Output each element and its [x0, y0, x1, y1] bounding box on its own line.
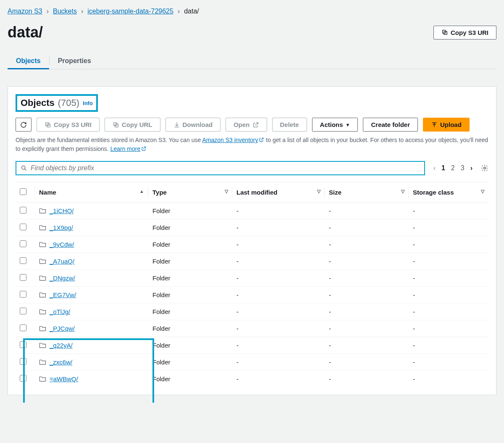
- cell-last-modified: -: [232, 287, 325, 303]
- chevron-right-icon: ›: [81, 8, 83, 15]
- pagination: ‹ 1 2 3 ›: [433, 164, 472, 172]
- prev-page-button[interactable]: ‹: [433, 164, 436, 172]
- actions-button[interactable]: Actions ▼: [312, 118, 358, 132]
- tab-objects[interactable]: Objects: [8, 53, 49, 69]
- row-checkbox[interactable]: [20, 324, 26, 331]
- folder-icon: [39, 292, 46, 298]
- info-link[interactable]: Info: [83, 100, 93, 106]
- col-type[interactable]: Type▽: [148, 182, 232, 203]
- object-name-link[interactable]: _EG7Vw/: [50, 291, 76, 298]
- folder-icon: [39, 208, 46, 214]
- page-2[interactable]: 2: [451, 164, 455, 172]
- object-name-link[interactable]: _zxc6w/: [50, 359, 72, 366]
- cell-last-modified: -: [232, 270, 325, 287]
- crumb-buckets[interactable]: Buckets: [53, 8, 77, 15]
- cell-type: Folder: [148, 253, 232, 270]
- row-checkbox[interactable]: [20, 358, 26, 365]
- cell-type: Folder: [148, 303, 232, 320]
- row-checkbox[interactable]: [20, 257, 26, 264]
- page-1[interactable]: 1: [441, 164, 445, 172]
- panel-title: Objects: [21, 98, 55, 108]
- cell-storage-class: -: [409, 354, 488, 371]
- copy-s3-uri-toolbar-button[interactable]: Copy S3 URI: [37, 118, 100, 132]
- open-button[interactable]: Open: [226, 118, 267, 132]
- cell-size: -: [325, 236, 409, 253]
- objects-panel: Objects (705) Info Copy S3 URI Copy URL …: [8, 86, 496, 395]
- col-storage-class[interactable]: Storage class▽: [409, 182, 488, 203]
- cell-storage-class: -: [409, 270, 488, 287]
- refresh-button[interactable]: [16, 118, 32, 132]
- crumb-amazon-s3[interactable]: Amazon S3: [8, 8, 42, 15]
- row-checkbox[interactable]: [20, 207, 26, 214]
- cell-last-modified: -: [232, 203, 325, 219]
- upload-icon: [431, 121, 438, 128]
- object-name-link[interactable]: _DNgzw/: [50, 274, 75, 282]
- object-name-link[interactable]: _A7uaQ/: [50, 258, 74, 265]
- refresh-icon: [20, 121, 27, 128]
- s3-inventory-link[interactable]: Amazon S3 inventory: [202, 137, 264, 143]
- object-name-link[interactable]: =aWBwQ/: [50, 375, 78, 382]
- page-title: data/: [8, 24, 43, 41]
- row-checkbox[interactable]: [20, 341, 26, 348]
- object-name-link[interactable]: _oTlJg/: [50, 308, 70, 315]
- learn-more-link[interactable]: Learn more: [110, 145, 147, 152]
- cell-type: Folder: [148, 236, 232, 253]
- object-name-link[interactable]: _q22yA/: [50, 342, 73, 349]
- external-link-icon: [141, 146, 147, 151]
- page-3[interactable]: 3: [461, 164, 465, 172]
- folder-icon: [39, 241, 46, 248]
- search-box[interactable]: [16, 161, 425, 175]
- row-checkbox[interactable]: [20, 375, 26, 382]
- table-row: _PJCqw/ Folder - - -: [16, 320, 488, 337]
- upload-button[interactable]: Upload: [423, 118, 470, 132]
- row-checkbox[interactable]: [20, 291, 26, 298]
- cell-type: Folder: [148, 203, 232, 219]
- cell-last-modified: -: [232, 371, 325, 388]
- object-name-link[interactable]: _1X9pg/: [50, 224, 73, 231]
- cell-last-modified: -: [232, 219, 325, 236]
- cell-last-modified: -: [232, 354, 325, 371]
- crumb-bucket-name[interactable]: iceberg-sample-data-729625: [87, 8, 173, 15]
- cell-last-modified: -: [232, 303, 325, 320]
- next-page-button[interactable]: ›: [470, 164, 472, 172]
- folder-icon: [39, 224, 46, 231]
- object-name-link[interactable]: _PJCqw/: [50, 325, 75, 332]
- table-row: _1iCHQ/ Folder - - -: [16, 203, 488, 219]
- search-input[interactable]: [31, 164, 420, 172]
- cell-type: Folder: [148, 354, 232, 371]
- breadcrumb: Amazon S3 › Buckets › iceberg-sample-dat…: [8, 8, 496, 15]
- download-button[interactable]: Download: [165, 118, 221, 132]
- settings-button[interactable]: [481, 164, 488, 172]
- delete-button[interactable]: Delete: [272, 118, 307, 132]
- external-link-icon: [252, 121, 259, 128]
- folder-icon: [39, 275, 46, 281]
- cell-size: -: [325, 253, 409, 270]
- cell-type: Folder: [148, 219, 232, 236]
- table-row: _oTlJg/ Folder - - -: [16, 303, 488, 320]
- row-checkbox[interactable]: [20, 308, 26, 314]
- object-name-link[interactable]: _9yCdw/: [50, 241, 74, 248]
- sort-icon: ▽: [401, 189, 404, 194]
- copy-url-button[interactable]: Copy URL: [105, 118, 160, 132]
- cell-size: -: [325, 354, 409, 371]
- cell-size: -: [325, 303, 409, 320]
- col-name[interactable]: Name▲: [35, 182, 148, 203]
- col-last-modified[interactable]: Last modified▽: [232, 182, 325, 203]
- copy-s3-uri-button[interactable]: Copy S3 URI: [433, 26, 496, 40]
- row-checkbox[interactable]: [20, 274, 26, 281]
- row-checkbox[interactable]: [20, 240, 26, 247]
- cell-size: -: [325, 320, 409, 337]
- folder-icon: [39, 258, 46, 264]
- folder-icon: [39, 376, 46, 382]
- cell-storage-class: -: [409, 303, 488, 320]
- cell-size: -: [325, 203, 409, 219]
- row-checkbox[interactable]: [20, 224, 26, 230]
- col-size[interactable]: Size▽: [325, 182, 409, 203]
- create-folder-button[interactable]: Create folder: [363, 118, 418, 132]
- tab-properties[interactable]: Properties: [50, 53, 100, 69]
- select-all-checkbox[interactable]: [20, 188, 26, 195]
- object-name-link[interactable]: _1iCHQ/: [50, 207, 74, 214]
- cell-size: -: [325, 337, 409, 354]
- chevron-down-icon: ▼: [346, 122, 350, 127]
- folder-icon: [39, 325, 46, 332]
